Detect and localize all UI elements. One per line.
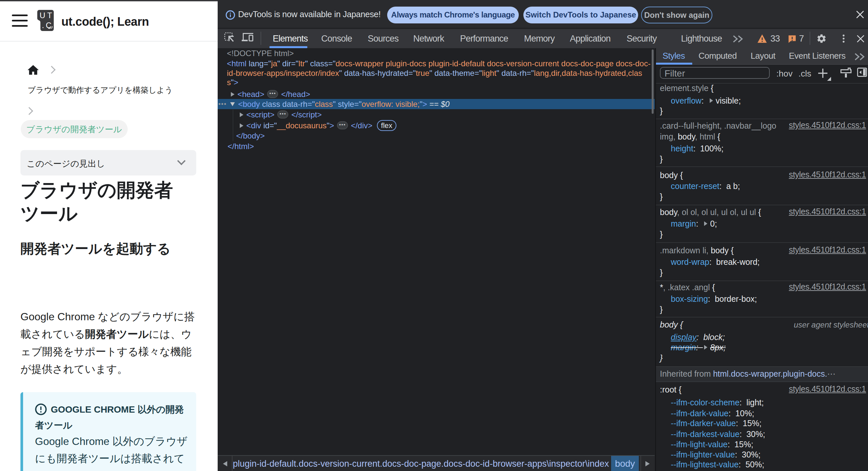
svg-text:UT: UT — [39, 11, 54, 20]
